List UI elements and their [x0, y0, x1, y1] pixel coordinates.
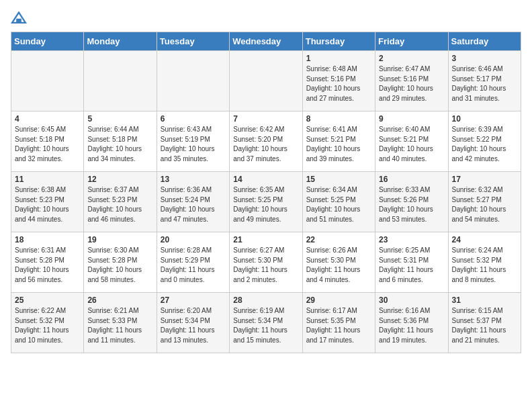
- calendar-cell: 17Sunrise: 6:32 AM Sunset: 5:27 PM Dayli…: [448, 172, 521, 232]
- day-info: Sunrise: 6:34 AM Sunset: 5:25 PM Dayligh…: [306, 185, 371, 224]
- calendar-cell: 9Sunrise: 6:40 AM Sunset: 5:21 PM Daylig…: [375, 111, 448, 172]
- calendar-cell: 28Sunrise: 6:19 AM Sunset: 5:34 PM Dayli…: [230, 293, 302, 353]
- calendar-cell: 8Sunrise: 6:41 AM Sunset: 5:21 PM Daylig…: [302, 111, 375, 172]
- day-number: 8: [306, 114, 371, 124]
- calendar-cell: 16Sunrise: 6:33 AM Sunset: 5:26 PM Dayli…: [375, 172, 448, 232]
- day-number: 5: [87, 114, 152, 124]
- calendar-cell: 14Sunrise: 6:35 AM Sunset: 5:25 PM Dayli…: [230, 172, 302, 232]
- calendar-cell: 30Sunrise: 6:16 AM Sunset: 5:36 PM Dayli…: [375, 293, 448, 353]
- day-info: Sunrise: 6:43 AM Sunset: 5:19 PM Dayligh…: [161, 125, 226, 164]
- calendar-cell: 18Sunrise: 6:31 AM Sunset: 5:28 PM Dayli…: [11, 232, 84, 293]
- calendar-cell: 22Sunrise: 6:26 AM Sunset: 5:30 PM Dayli…: [302, 232, 375, 293]
- calendar-cell: 27Sunrise: 6:20 AM Sunset: 5:34 PM Dayli…: [157, 293, 229, 353]
- day-number: 13: [161, 175, 226, 184]
- calendar-cell: 23Sunrise: 6:25 AM Sunset: 5:31 PM Dayli…: [375, 232, 448, 293]
- logo: [11, 11, 30, 25]
- calendar-week-row: 1Sunrise: 6:48 AM Sunset: 5:16 PM Daylig…: [11, 51, 521, 111]
- day-number: 15: [306, 175, 371, 184]
- day-info: Sunrise: 6:28 AM Sunset: 5:29 PM Dayligh…: [161, 246, 226, 285]
- day-number: 9: [379, 114, 444, 124]
- day-info: Sunrise: 6:27 AM Sunset: 5:30 PM Dayligh…: [233, 246, 298, 285]
- calendar-cell: 24Sunrise: 6:24 AM Sunset: 5:32 PM Dayli…: [448, 232, 521, 293]
- weekday-header-tuesday: Tuesday: [157, 32, 229, 51]
- day-info: Sunrise: 6:32 AM Sunset: 5:27 PM Dayligh…: [452, 185, 517, 224]
- day-number: 4: [15, 114, 80, 124]
- day-number: 17: [452, 175, 517, 184]
- day-info: Sunrise: 6:16 AM Sunset: 5:36 PM Dayligh…: [379, 306, 444, 345]
- calendar-cell: [84, 51, 157, 111]
- calendar-cell: 5Sunrise: 6:44 AM Sunset: 5:18 PM Daylig…: [84, 111, 157, 172]
- day-info: Sunrise: 6:38 AM Sunset: 5:23 PM Dayligh…: [15, 185, 80, 224]
- day-number: 6: [161, 114, 226, 124]
- calendar-cell: 20Sunrise: 6:28 AM Sunset: 5:29 PM Dayli…: [157, 232, 229, 293]
- day-info: Sunrise: 6:48 AM Sunset: 5:16 PM Dayligh…: [306, 64, 371, 103]
- calendar-cell: [157, 51, 229, 111]
- day-number: 24: [452, 235, 517, 244]
- calendar-cell: 3Sunrise: 6:46 AM Sunset: 5:17 PM Daylig…: [448, 51, 521, 111]
- day-number: 7: [233, 114, 298, 124]
- day-info: Sunrise: 6:24 AM Sunset: 5:32 PM Dayligh…: [452, 246, 517, 285]
- calendar-cell: 12Sunrise: 6:37 AM Sunset: 5:23 PM Dayli…: [84, 172, 157, 232]
- day-number: 27: [161, 295, 226, 305]
- day-number: 2: [379, 54, 444, 63]
- calendar-cell: 6Sunrise: 6:43 AM Sunset: 5:19 PM Daylig…: [157, 111, 229, 172]
- calendar-week-row: 18Sunrise: 6:31 AM Sunset: 5:28 PM Dayli…: [11, 232, 521, 293]
- day-number: 22: [306, 235, 371, 244]
- day-info: Sunrise: 6:41 AM Sunset: 5:21 PM Dayligh…: [306, 125, 371, 164]
- day-info: Sunrise: 6:36 AM Sunset: 5:24 PM Dayligh…: [161, 185, 226, 224]
- day-number: 26: [87, 295, 152, 305]
- day-number: 11: [15, 175, 80, 184]
- calendar-week-row: 25Sunrise: 6:22 AM Sunset: 5:32 PM Dayli…: [11, 293, 521, 353]
- day-number: 23: [379, 235, 444, 244]
- logo-icon: [11, 11, 27, 25]
- day-info: Sunrise: 6:33 AM Sunset: 5:26 PM Dayligh…: [379, 185, 444, 224]
- day-info: Sunrise: 6:22 AM Sunset: 5:32 PM Dayligh…: [15, 306, 80, 345]
- day-info: Sunrise: 6:15 AM Sunset: 5:37 PM Dayligh…: [452, 306, 517, 345]
- day-info: Sunrise: 6:17 AM Sunset: 5:35 PM Dayligh…: [306, 306, 371, 345]
- weekday-header-friday: Friday: [375, 32, 448, 51]
- calendar-cell: 19Sunrise: 6:30 AM Sunset: 5:28 PM Dayli…: [84, 232, 157, 293]
- day-number: 18: [15, 235, 80, 244]
- weekday-header-thursday: Thursday: [302, 32, 375, 51]
- calendar-cell: 26Sunrise: 6:21 AM Sunset: 5:33 PM Dayli…: [84, 293, 157, 353]
- calendar-cell: 15Sunrise: 6:34 AM Sunset: 5:25 PM Dayli…: [302, 172, 375, 232]
- calendar-cell: 11Sunrise: 6:38 AM Sunset: 5:23 PM Dayli…: [11, 172, 84, 232]
- calendar-cell: 2Sunrise: 6:47 AM Sunset: 5:16 PM Daylig…: [375, 51, 448, 111]
- calendar-cell: 31Sunrise: 6:15 AM Sunset: 5:37 PM Dayli…: [448, 293, 521, 353]
- calendar-cell: 21Sunrise: 6:27 AM Sunset: 5:30 PM Dayli…: [230, 232, 302, 293]
- svg-marker-1: [16, 18, 21, 22]
- day-number: 12: [87, 175, 152, 184]
- day-number: 28: [233, 295, 298, 305]
- day-info: Sunrise: 6:25 AM Sunset: 5:31 PM Dayligh…: [379, 246, 444, 285]
- weekday-header-wednesday: Wednesday: [230, 32, 302, 51]
- day-number: 29: [306, 295, 371, 305]
- weekday-header-sunday: Sunday: [11, 32, 84, 51]
- day-number: 30: [379, 295, 444, 305]
- day-number: 3: [452, 54, 517, 63]
- day-number: 16: [379, 175, 444, 184]
- day-info: Sunrise: 6:30 AM Sunset: 5:28 PM Dayligh…: [87, 246, 152, 285]
- calendar-cell: [11, 51, 84, 111]
- weekday-header-row: SundayMondayTuesdayWednesdayThursdayFrid…: [11, 32, 521, 51]
- day-info: Sunrise: 6:20 AM Sunset: 5:34 PM Dayligh…: [161, 306, 226, 345]
- day-info: Sunrise: 6:45 AM Sunset: 5:18 PM Dayligh…: [15, 125, 80, 164]
- day-info: Sunrise: 6:47 AM Sunset: 5:16 PM Dayligh…: [379, 64, 444, 103]
- day-info: Sunrise: 6:37 AM Sunset: 5:23 PM Dayligh…: [87, 185, 152, 224]
- calendar-cell: 25Sunrise: 6:22 AM Sunset: 5:32 PM Dayli…: [11, 293, 84, 353]
- day-info: Sunrise: 6:42 AM Sunset: 5:20 PM Dayligh…: [233, 125, 298, 164]
- calendar-cell: 4Sunrise: 6:45 AM Sunset: 5:18 PM Daylig…: [11, 111, 84, 172]
- calendar-cell: 7Sunrise: 6:42 AM Sunset: 5:20 PM Daylig…: [230, 111, 302, 172]
- day-number: 10: [452, 114, 517, 124]
- calendar-cell: [230, 51, 302, 111]
- calendar-cell: 13Sunrise: 6:36 AM Sunset: 5:24 PM Dayli…: [157, 172, 229, 232]
- day-number: 14: [233, 175, 298, 184]
- day-number: 1: [306, 54, 371, 63]
- day-number: 21: [233, 235, 298, 244]
- calendar-week-row: 11Sunrise: 6:38 AM Sunset: 5:23 PM Dayli…: [11, 172, 521, 232]
- day-info: Sunrise: 6:46 AM Sunset: 5:17 PM Dayligh…: [452, 64, 517, 103]
- day-info: Sunrise: 6:21 AM Sunset: 5:33 PM Dayligh…: [87, 306, 152, 345]
- day-info: Sunrise: 6:31 AM Sunset: 5:28 PM Dayligh…: [15, 246, 80, 285]
- day-info: Sunrise: 6:35 AM Sunset: 5:25 PM Dayligh…: [233, 185, 298, 224]
- day-info: Sunrise: 6:40 AM Sunset: 5:21 PM Dayligh…: [379, 125, 444, 164]
- calendar-table: SundayMondayTuesdayWednesdayThursdayFrid…: [11, 32, 521, 353]
